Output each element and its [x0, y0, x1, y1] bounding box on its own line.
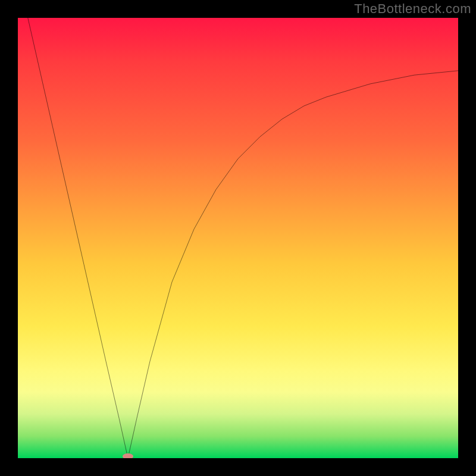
- minimum-marker: [123, 453, 133, 458]
- chart-frame: TheBottleneck.com: [0, 0, 476, 476]
- watermark-text: TheBottleneck.com: [354, 1, 471, 17]
- curve-path: [18, 18, 458, 458]
- plot-area: [18, 18, 458, 458]
- bottleneck-curve: [18, 18, 458, 458]
